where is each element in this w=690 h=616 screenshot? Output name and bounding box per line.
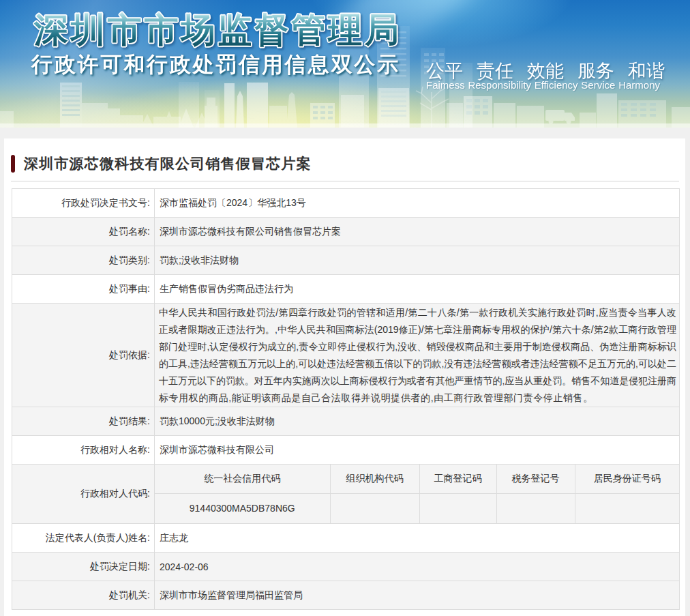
svg-text:深圳市市场监督管理局: 深圳市市场监督管理局 xyxy=(33,11,402,49)
